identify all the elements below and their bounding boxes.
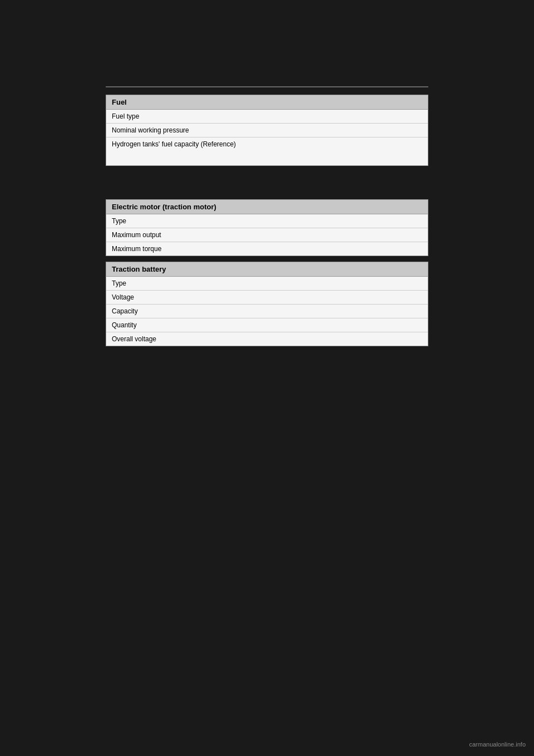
table-row: Maximum output [106,228,428,242]
fuel-row-2-text: Hydrogen tanks' fuel capacity (Reference… [112,140,236,148]
table-row: Voltage [106,291,428,305]
battery-row-4-text: Overall voltage [112,335,156,343]
electric-motor-section: Electric motor (traction motor) Type Max… [106,199,428,256]
fuel-header-text: Fuel [112,98,127,106]
fuel-table: Fuel type Nominal working pressure Hydro… [106,110,428,166]
fuel-row-0-text: Fuel type [112,112,139,120]
battery-row-3-text: Quantity [112,321,137,329]
battery-row-1-text: Voltage [112,293,134,301]
traction-battery-section: Traction battery Type Voltage Capacity Q… [106,262,428,346]
table-row: Fuel type [106,110,428,124]
electric-motor-table: Type Maximum output Maximum torque [106,214,428,256]
table-row: Maximum torque [106,242,428,256]
table-row: Nominal working pressure [106,124,428,138]
table-row: Quantity [106,318,428,332]
traction-battery-table: Type Voltage Capacity Quantity Overall v… [106,277,428,346]
battery-row-2-text: Capacity [112,307,138,315]
fuel-row-1-text: Nominal working pressure [112,126,189,134]
table-row: Type [106,214,428,228]
electric-motor-header-text: Electric motor (traction motor) [112,203,216,211]
traction-battery-header-text: Traction battery [112,265,166,273]
traction-battery-section-header: Traction battery [106,262,428,277]
motor-row-1-text: Maximum output [112,231,161,239]
watermark: carmanualonline.info [469,741,526,748]
electric-motor-section-header: Electric motor (traction motor) [106,199,428,214]
page-background: Fuel Fuel type Nominal working pressure … [0,0,534,756]
watermark-text: carmanualonline.info [469,741,526,748]
table-row: Type [106,277,428,291]
motor-row-2-text: Maximum torque [112,245,161,253]
battery-row-0-text: Type [112,279,126,287]
fuel-section: Fuel Fuel type Nominal working pressure … [106,95,428,166]
table-row: Capacity [106,305,428,318]
main-content: Fuel Fuel type Nominal working pressure … [106,89,428,357]
table-row: Overall voltage [106,332,428,346]
horizontal-rule [106,86,428,87]
motor-row-0-text: Type [112,217,126,225]
fuel-section-header: Fuel [106,95,428,110]
table-row: Hydrogen tanks' fuel capacity (Reference… [106,138,428,165]
